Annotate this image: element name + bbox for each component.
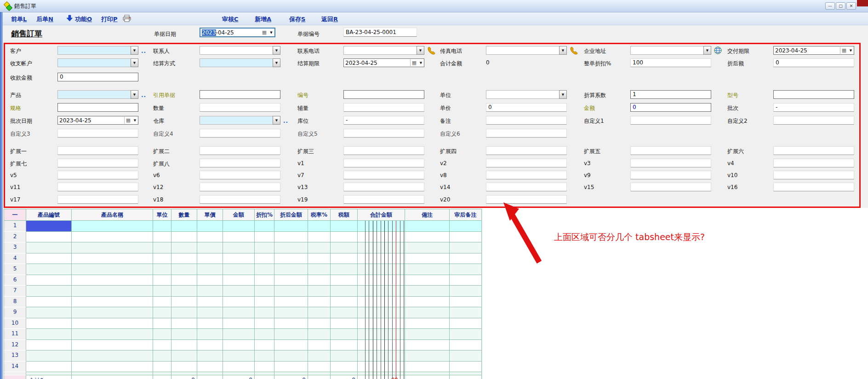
product-browse-button[interactable]: .. bbox=[141, 92, 146, 98]
toolbar-functions-link[interactable]: 功能O bbox=[75, 15, 92, 23]
grid-cell[interactable] bbox=[274, 221, 308, 232]
grid-cell[interactable] bbox=[450, 253, 482, 264]
grid-cell[interactable] bbox=[308, 318, 331, 329]
field-unit-price[interactable]: 0 bbox=[486, 103, 567, 112]
grid-cell[interactable] bbox=[255, 264, 274, 275]
grid-cell[interactable] bbox=[274, 307, 308, 318]
grid-cell[interactable] bbox=[72, 242, 153, 253]
row-number[interactable]: 6 bbox=[4, 275, 26, 286]
grid-cell[interactable] bbox=[72, 286, 153, 297]
grid-cell[interactable] bbox=[274, 372, 308, 375]
grid-cell[interactable] bbox=[255, 362, 274, 373]
grid-cell[interactable] bbox=[308, 362, 331, 373]
settlement-date-dropdown-button[interactable]: ▼ bbox=[418, 61, 424, 65]
grid-cell[interactable] bbox=[405, 340, 450, 351]
field-contact[interactable]: ▼ bbox=[200, 46, 280, 55]
grid-cell[interactable] bbox=[153, 329, 171, 340]
field-discounted-amount[interactable]: 0 bbox=[773, 58, 854, 67]
grid-cell[interactable] bbox=[255, 297, 274, 308]
grid-cell[interactable] bbox=[450, 232, 482, 243]
grid-cell[interactable] bbox=[171, 329, 197, 340]
grid-cell[interactable] bbox=[197, 286, 223, 297]
field-custom3[interactable] bbox=[57, 129, 138, 138]
grid-cell[interactable] bbox=[450, 329, 482, 340]
grid-cell[interactable] bbox=[223, 350, 255, 362]
grid-cell[interactable] bbox=[171, 340, 197, 351]
down-arrow-icon[interactable] bbox=[67, 15, 73, 22]
grid-cell[interactable] bbox=[450, 264, 482, 275]
grid-cell[interactable] bbox=[405, 275, 450, 286]
grid-cell[interactable] bbox=[171, 297, 197, 308]
grid-cell[interactable] bbox=[308, 275, 331, 286]
grid-cell[interactable] bbox=[331, 275, 358, 286]
row-number[interactable]: 5 bbox=[4, 264, 26, 275]
grid-cell[interactable] bbox=[72, 253, 153, 264]
field-v2[interactable] bbox=[486, 159, 567, 167]
row-number[interactable]: 10 bbox=[4, 318, 26, 329]
grid-cell[interactable] bbox=[405, 329, 450, 340]
grid-cell[interactable] bbox=[405, 297, 450, 308]
delivery-date-dropdown-button[interactable]: ▼ bbox=[848, 49, 854, 52]
grid-cell[interactable] bbox=[153, 264, 171, 275]
toolbar-next-doc-link[interactable]: 后单N bbox=[36, 15, 53, 23]
grid-cell[interactable] bbox=[153, 232, 171, 243]
settlement-date-calendar-icon[interactable]: ▦ bbox=[410, 59, 418, 66]
field-batch[interactable]: - bbox=[773, 103, 854, 112]
grid-cell[interactable] bbox=[274, 329, 308, 340]
grid-cell[interactable] bbox=[223, 221, 255, 232]
grid-cell[interactable] bbox=[223, 362, 255, 373]
grid-cell[interactable] bbox=[274, 318, 308, 329]
grid-cell[interactable] bbox=[255, 253, 274, 264]
field-ext4[interactable] bbox=[486, 146, 567, 155]
grid-cell[interactable] bbox=[153, 242, 171, 253]
grid-cell[interactable] bbox=[223, 340, 255, 351]
company-address-globe-icon[interactable] bbox=[714, 46, 722, 54]
field-contact-phone[interactable]: ▼ bbox=[343, 46, 424, 55]
grid-cell[interactable] bbox=[274, 297, 308, 308]
grid-cell[interactable] bbox=[197, 318, 223, 329]
grid-cell[interactable] bbox=[26, 329, 72, 340]
contact-phone-dropdown-button[interactable]: ▼ bbox=[417, 46, 424, 55]
row-number[interactable]: 7 bbox=[4, 286, 26, 297]
grid-cell[interactable] bbox=[255, 372, 274, 375]
grid-cell[interactable] bbox=[308, 221, 331, 232]
field-spec[interactable] bbox=[57, 103, 138, 112]
warehouse-dropdown-button[interactable]: ▼ bbox=[273, 116, 280, 125]
grid-cell[interactable] bbox=[72, 372, 153, 375]
contact-dropdown-button[interactable]: ▼ bbox=[273, 46, 280, 55]
grid-cell[interactable] bbox=[450, 242, 482, 253]
grid-cell[interactable] bbox=[274, 232, 308, 243]
field-custom2[interactable] bbox=[773, 116, 854, 125]
field-v7[interactable] bbox=[343, 171, 424, 179]
grid-cell[interactable] bbox=[153, 362, 171, 373]
grid-cell[interactable] bbox=[197, 329, 223, 340]
grid-cell[interactable] bbox=[331, 318, 358, 329]
row-number[interactable]: 4 bbox=[4, 253, 26, 264]
grid-cell[interactable] bbox=[255, 275, 274, 286]
grid-cell[interactable] bbox=[26, 350, 72, 362]
grid-cell[interactable] bbox=[223, 307, 255, 318]
field-batch-date[interactable]: 2023-04-25▦▼ bbox=[57, 116, 138, 125]
grid-cell[interactable] bbox=[197, 297, 223, 308]
grid-cell[interactable] bbox=[197, 362, 223, 373]
toolbar-return-link[interactable]: 返回R bbox=[321, 15, 338, 23]
grid-cell[interactable] bbox=[331, 242, 358, 253]
grid-cell[interactable] bbox=[197, 340, 223, 351]
field-amount[interactable]: 0 bbox=[630, 103, 711, 112]
grid-cell[interactable] bbox=[171, 221, 197, 232]
grid-cell[interactable] bbox=[255, 221, 274, 232]
grid-cell[interactable] bbox=[308, 264, 331, 275]
field-v10[interactable] bbox=[773, 171, 854, 179]
grid-cell[interactable] bbox=[255, 307, 274, 318]
contact-phone-phone-icon[interactable] bbox=[427, 46, 435, 55]
grid-cell[interactable] bbox=[331, 350, 358, 362]
grid-cell[interactable] bbox=[197, 307, 223, 318]
grid-cell[interactable] bbox=[405, 372, 450, 375]
grid-cell[interactable] bbox=[405, 362, 450, 373]
field-remark[interactable] bbox=[486, 116, 567, 125]
field-aux-qty[interactable] bbox=[343, 103, 424, 112]
grid-cell[interactable] bbox=[72, 329, 153, 340]
row-number[interactable]: 3 bbox=[4, 242, 26, 253]
calendar-icon[interactable]: ▦ bbox=[261, 29, 268, 35]
grid-cell[interactable] bbox=[274, 340, 308, 351]
